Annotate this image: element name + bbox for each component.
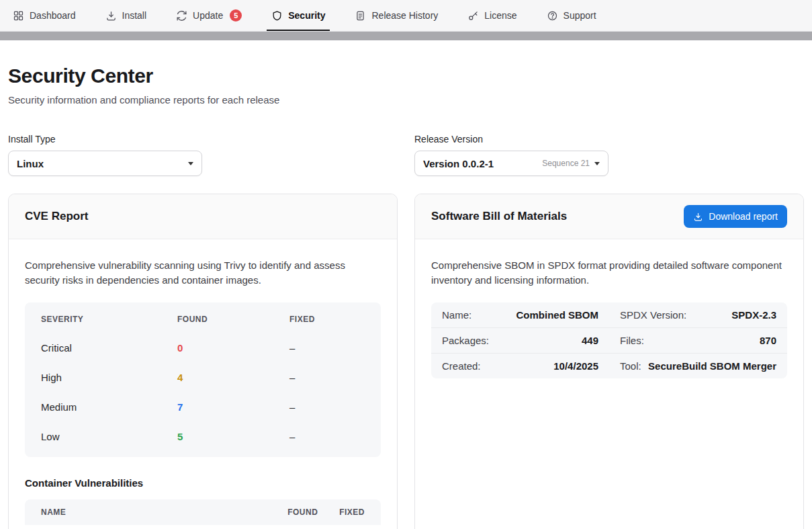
- nav-item-label: Security: [288, 10, 325, 21]
- fixed-count: –: [289, 372, 365, 383]
- info-row: Created: 10/4/2025 Tool: SecureBuild SBO…: [431, 353, 787, 378]
- cve-report-description: Comprehensive vulnerability scanning usi…: [25, 258, 381, 288]
- info-pair-tool: Tool: SecureBuild SBOM Merger: [609, 354, 787, 378]
- nav-item-label: Support: [563, 10, 596, 21]
- download-icon: [693, 212, 703, 222]
- found-count: 7: [177, 401, 289, 413]
- info-label: Name:: [442, 309, 471, 321]
- release-version-filter: Release Version Version 0.0.2-1 Sequence…: [414, 134, 804, 176]
- found-count: 0: [177, 342, 289, 354]
- info-label: Packages:: [442, 335, 489, 346]
- info-label: Created:: [442, 360, 481, 372]
- severity-label: Critical: [41, 342, 177, 354]
- support-icon: [547, 10, 558, 22]
- sbom-info-grid: Name: Combined SBOM SPDX Version: SPDX-2…: [431, 302, 787, 378]
- top-navigation: Dashboard Install Update 5 Security Rele…: [0, 0, 812, 32]
- nav-item-release-history[interactable]: Release History: [351, 0, 441, 31]
- info-value: SPDX-2.3: [731, 309, 776, 321]
- info-value: 449: [582, 335, 598, 346]
- nav-item-support[interactable]: Support: [543, 0, 600, 31]
- nav-item-install[interactable]: Install: [102, 0, 150, 31]
- table-row-high: High 4 –: [25, 363, 381, 393]
- page-subtitle: Security information and compliance repo…: [8, 94, 804, 106]
- column-header-found: FOUND: [287, 507, 339, 517]
- page-title: Security Center: [8, 65, 804, 87]
- table-row-critical: Critical 0 –: [25, 333, 381, 363]
- cve-report-title: CVE Report: [25, 210, 88, 223]
- refresh-icon: [176, 10, 187, 22]
- scroll-divider: [0, 32, 812, 40]
- column-header-severity: SEVERITY: [41, 315, 177, 324]
- cve-report-card: CVE Report Comprehensive vulnerability s…: [8, 194, 398, 529]
- chevron-down-icon: [188, 162, 193, 165]
- severity-table-header: SEVERITY FOUND FIXED: [25, 305, 381, 333]
- nav-item-dashboard[interactable]: Dashboard: [9, 0, 79, 31]
- main-content: Security Center Security information and…: [0, 65, 812, 529]
- sbom-body: Comprehensive SBOM in SPDX format provid…: [415, 239, 803, 395]
- cve-report-body: Comprehensive vulnerability scanning usi…: [9, 239, 397, 529]
- install-type-value: Linux: [17, 158, 44, 169]
- info-value: SecureBuild SBOM Merger: [648, 360, 776, 372]
- container-table-header: NAME FOUND FIXED: [25, 499, 381, 525]
- filters-row: Install Type Linux Release Version Versi…: [8, 134, 804, 176]
- column-header-found: FOUND: [177, 315, 289, 324]
- info-label: Files:: [620, 335, 644, 346]
- release-version-label: Release Version: [414, 134, 804, 145]
- sequence-label: Sequence 21: [542, 159, 590, 168]
- download-icon: [105, 10, 117, 22]
- install-type-select[interactable]: Linux: [8, 151, 202, 176]
- info-pair-created: Created: 10/4/2025: [431, 354, 609, 378]
- release-version-value: Version 0.0.2-1: [423, 158, 494, 169]
- table-row-medium: Medium 7 –: [25, 393, 381, 422]
- release-version-select[interactable]: Version 0.0.2-1 Sequence 21: [414, 151, 608, 176]
- info-pair-packages: Packages: 449: [431, 328, 609, 353]
- install-type-filter: Install Type Linux: [8, 134, 398, 176]
- download-report-label: Download report: [709, 211, 778, 222]
- info-pair-name: Name: Combined SBOM: [431, 302, 609, 327]
- column-header-fixed: FIXED: [289, 315, 365, 324]
- cards-row: CVE Report Comprehensive vulnerability s…: [8, 194, 804, 529]
- nav-item-label: Update: [193, 10, 223, 21]
- table-row-low: Low 5 –: [25, 422, 381, 452]
- download-report-button[interactable]: Download report: [684, 205, 787, 228]
- info-value: 10/4/2025: [553, 360, 598, 372]
- document-icon: [355, 10, 366, 22]
- nav-item-label: Release History: [371, 10, 438, 21]
- info-label: SPDX Version:: [620, 309, 686, 321]
- fixed-count: –: [289, 401, 365, 413]
- found-count: 4: [177, 372, 289, 383]
- cve-report-header: CVE Report: [9, 194, 397, 239]
- nav-item-update[interactable]: Update 5: [173, 0, 245, 31]
- shield-icon: [271, 10, 283, 22]
- nav-item-label: Dashboard: [30, 10, 76, 21]
- info-row: Packages: 449 Files: 870: [431, 327, 787, 353]
- update-count-badge: 5: [230, 9, 242, 22]
- info-row: Name: Combined SBOM SPDX Version: SPDX-2…: [431, 302, 787, 327]
- sbom-description: Comprehensive SBOM in SPDX format provid…: [431, 258, 787, 288]
- fixed-count: –: [289, 431, 365, 442]
- grid-icon: [13, 10, 24, 22]
- severity-table: SEVERITY FOUND FIXED Critical 0 – High 4…: [25, 302, 381, 457]
- nav-item-security[interactable]: Security: [268, 0, 328, 31]
- key-icon: [467, 10, 479, 22]
- fixed-count: –: [289, 342, 365, 354]
- severity-label: Low: [41, 431, 177, 442]
- chevron-down-icon: [594, 162, 600, 165]
- info-value: 870: [760, 335, 776, 346]
- info-label: Tool:: [620, 360, 641, 372]
- install-type-label: Install Type: [8, 134, 398, 145]
- info-value: Combined SBOM: [516, 309, 599, 321]
- sbom-title: Software Bill of Materials: [431, 210, 567, 223]
- nav-item-label: License: [484, 10, 516, 21]
- sbom-header: Software Bill of Materials Download repo…: [415, 194, 803, 239]
- container-vulnerabilities-table: NAME FOUND FIXED: [25, 499, 381, 525]
- column-header-fixed: FIXED: [339, 507, 365, 517]
- severity-label: Medium: [41, 401, 177, 413]
- sbom-card: Software Bill of Materials Download repo…: [414, 194, 804, 529]
- severity-label: High: [41, 372, 177, 383]
- nav-item-label: Install: [122, 10, 147, 21]
- column-header-name: NAME: [41, 507, 287, 517]
- info-pair-files: Files: 870: [609, 328, 787, 353]
- nav-item-license[interactable]: License: [464, 0, 520, 31]
- found-count: 5: [177, 431, 289, 442]
